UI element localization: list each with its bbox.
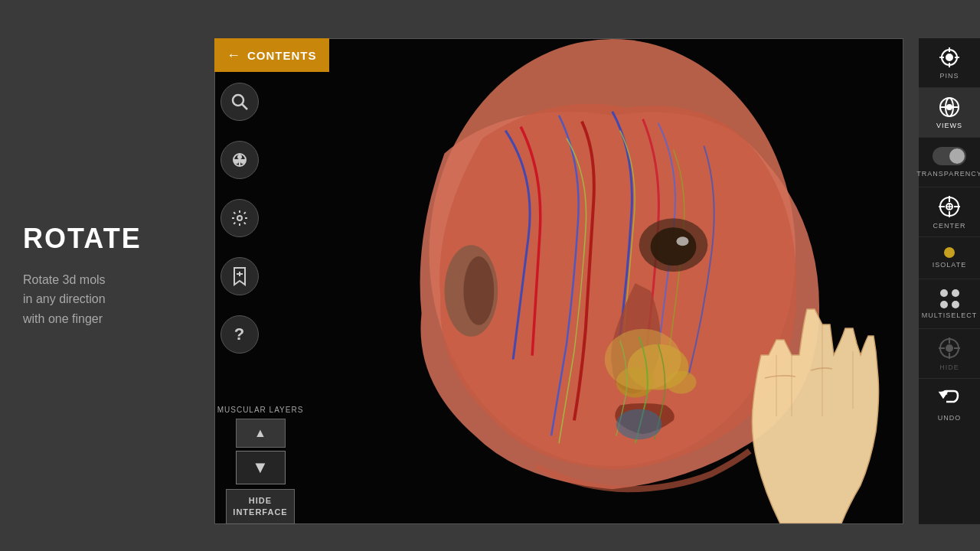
center-label: CENTER: [933, 222, 965, 230]
svg-point-22: [235, 160, 238, 163]
help-button[interactable]: ?: [220, 315, 259, 354]
main-viewport[interactable]: [214, 38, 903, 524]
hide-interface-button[interactable]: HIDEINTERFACE: [226, 489, 295, 524]
svg-point-24: [237, 216, 242, 220]
transparency-button[interactable]: TRANSPARENCY: [919, 138, 980, 187]
undo-label: UNDO: [938, 414, 962, 422]
rotate-title: ROTATE: [23, 223, 184, 255]
multiselect-label: MULTISELECT: [922, 311, 977, 319]
undo-button[interactable]: UNDO: [919, 379, 980, 429]
hide-label: HIDE: [939, 364, 959, 371]
left-toolbar: ?: [214, 77, 264, 360]
pins-label: PINS: [939, 72, 959, 80]
rotate-description: Rotate 3d molsin any directionwith one f…: [23, 270, 184, 329]
back-arrow-icon: ←: [227, 47, 241, 64]
svg-point-16: [233, 95, 243, 106]
anatomy-background: [215, 39, 903, 523]
bottom-toolbar: MUSCULAR LAYERS ▲ ▼ HIDEINTERFACE: [214, 406, 306, 524]
undo-icon: [937, 386, 962, 411]
app-container: ROTATE Rotate 3d molsin any directionwit…: [0, 0, 980, 551]
svg-point-5: [651, 227, 697, 266]
contents-label: CONTENTS: [247, 49, 317, 62]
layer-down-button[interactable]: ▼: [236, 451, 286, 484]
transparency-label: TRANSPARENCY: [916, 170, 980, 178]
settings-button[interactable]: [220, 199, 259, 237]
filter-button[interactable]: [220, 141, 259, 179]
left-panel: ROTATE Rotate 3d molsin any directionwit…: [0, 0, 207, 551]
views-label: VIEWS: [936, 122, 962, 129]
layer-up-button[interactable]: ▲: [236, 419, 286, 448]
transparency-toggle[interactable]: [933, 147, 966, 165]
svg-point-23: [241, 160, 244, 163]
views-icon: [938, 96, 961, 119]
svg-point-28: [946, 54, 952, 60]
toggle-knob: [949, 148, 965, 164]
svg-point-46: [946, 345, 952, 351]
svg-point-3: [463, 256, 494, 325]
pins-button[interactable]: PINS: [919, 38, 980, 88]
svg-point-21: [238, 155, 241, 158]
multiselect-icon: [940, 289, 959, 308]
bookmark-button[interactable]: [220, 257, 259, 295]
views-button[interactable]: VIEWS: [919, 88, 980, 138]
hide-icon: [937, 336, 962, 360]
isolate-label: ISOLATE: [933, 261, 966, 269]
svg-point-6: [677, 236, 689, 246]
pins-icon: [938, 46, 961, 69]
svg-point-36: [946, 104, 952, 110]
hide-button[interactable]: HIDE: [919, 329, 980, 379]
contents-button[interactable]: ← CONTENTS: [214, 38, 329, 72]
down-arrow-icon: ▼: [252, 458, 269, 478]
svg-marker-51: [940, 393, 946, 397]
muscular-layers-label: MUSCULAR LAYERS: [217, 406, 304, 414]
multiselect-button[interactable]: MULTISELECT: [919, 279, 980, 329]
anatomy-svg: [215, 39, 903, 523]
center-button[interactable]: CENTER: [919, 187, 980, 237]
isolate-button[interactable]: ISOLATE: [919, 237, 980, 279]
right-toolbar: PINS VIEWS TRANSPARENCY: [919, 38, 980, 524]
hide-interface-label: HIDEINTERFACE: [233, 495, 287, 519]
svg-line-17: [242, 104, 247, 109]
center-icon: [937, 194, 962, 219]
svg-point-11: [616, 409, 662, 439]
isolate-dot-icon: [944, 247, 955, 258]
svg-point-10: [605, 329, 681, 390]
question-mark-icon: ?: [234, 324, 244, 344]
search-button[interactable]: [220, 83, 259, 121]
up-arrow-icon: ▲: [254, 426, 266, 440]
